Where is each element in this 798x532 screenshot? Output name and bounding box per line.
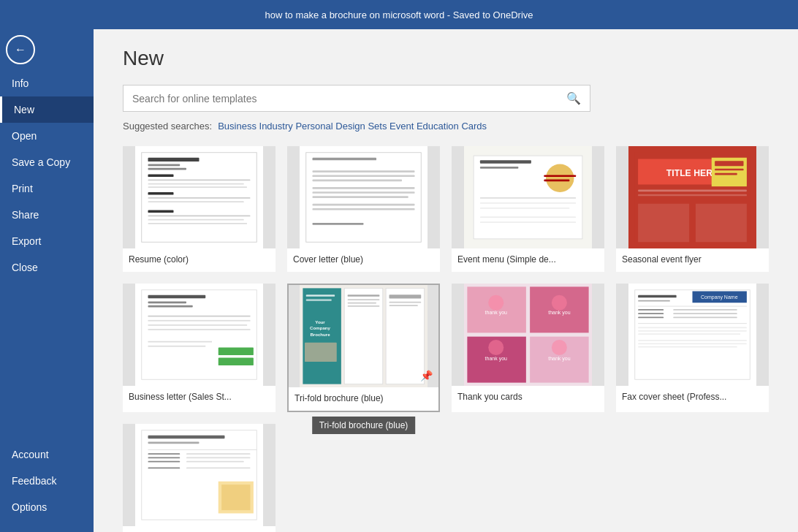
svg-rect-33 — [544, 175, 576, 177]
svg-rect-111 — [638, 333, 740, 335]
svg-text:Company Name: Company Name — [701, 294, 738, 300]
template-label-seasonal-flyer: Seasonal event flyer — [616, 248, 769, 272]
svg-rect-119 — [148, 449, 257, 450]
svg-rect-124 — [148, 461, 180, 463]
svg-text:thank you: thank you — [485, 310, 507, 316]
sidebar-item-new[interactable]: New — [0, 96, 94, 123]
svg-rect-118 — [148, 442, 200, 444]
suggested-searches: Suggested searches: Business Industry Pe… — [123, 121, 769, 132]
sidebar-item-export[interactable]: Export — [0, 228, 94, 254]
svg-text:thank you: thank you — [485, 356, 507, 362]
svg-text:Your: Your — [315, 319, 325, 324]
svg-rect-55 — [148, 302, 187, 304]
template-card-seasonal-flyer[interactable]: TITLE HERE Seasonal event flyer — [616, 146, 769, 272]
template-label-wedding-calendar: Wedding calendar... — [123, 526, 276, 532]
svg-rect-13 — [148, 216, 251, 217]
search-input[interactable] — [123, 87, 558, 110]
svg-rect-126 — [148, 468, 180, 469]
suggested-link-event[interactable]: Event — [390, 121, 414, 132]
search-bar: 🔍 — [123, 85, 590, 112]
suggested-link-cards[interactable]: Cards — [461, 121, 487, 132]
template-card-business-letter[interactable]: Business letter (Sales St... — [123, 284, 276, 412]
sidebar-bottom: AccountFeedbackOptions — [0, 441, 94, 532]
template-thumb-thank-you-cards: thank you thank you thank you thank you — [452, 284, 604, 386]
suggested-link-education[interactable]: Education — [417, 121, 459, 132]
svg-rect-54 — [148, 295, 206, 298]
pin-icon: 📌 — [420, 370, 433, 381]
svg-rect-18 — [313, 158, 377, 161]
svg-rect-25 — [313, 204, 415, 206]
sidebar-item-info[interactable]: Info — [0, 70, 94, 96]
svg-rect-8 — [148, 186, 248, 188]
svg-text:thank you: thank you — [548, 310, 570, 316]
svg-rect-48 — [638, 190, 747, 192]
svg-rect-100 — [638, 300, 670, 302]
sidebar-item-share[interactable]: Share — [0, 202, 94, 228]
svg-rect-20 — [313, 175, 415, 177]
svg-rect-3 — [148, 164, 180, 167]
svg-rect-102 — [638, 309, 664, 311]
svg-rect-76 — [348, 299, 380, 300]
svg-text:TITLE HERE: TITLE HERE — [666, 168, 718, 178]
svg-rect-46 — [715, 169, 743, 171]
search-button[interactable]: 🔍 — [558, 86, 590, 111]
svg-rect-58 — [148, 320, 251, 322]
svg-rect-63 — [148, 341, 213, 343]
svg-rect-129 — [221, 484, 250, 510]
template-thumb-trifold-brochure: Your Company Brochure 📌 — [289, 285, 438, 387]
svg-rect-4 — [148, 168, 187, 170]
svg-rect-19 — [313, 170, 415, 172]
template-card-fax-cover[interactable]: Company Name Fax cover sheet (Profess... — [616, 284, 769, 412]
sidebar-item-account[interactable]: Account — [0, 441, 94, 468]
template-card-wedding-calendar[interactable]: Wedding calendar... — [123, 424, 276, 532]
template-card-resume-color[interactable]: Resume (color) — [123, 146, 276, 272]
suggested-link-industry[interactable]: Industry — [259, 121, 293, 132]
template-thumb-seasonal-flyer: TITLE HERE — [616, 146, 769, 248]
svg-rect-15 — [148, 223, 248, 224]
svg-rect-27 — [313, 223, 364, 225]
template-label-event-menu: Event menu (Simple de... — [452, 248, 604, 272]
template-card-trifold-brochure[interactable]: Your Company Brochure 📌Tri-fold brochure… — [287, 284, 440, 412]
template-label-fax-cover: Fax cover sheet (Profess... — [616, 386, 769, 409]
suggested-link-design-sets[interactable]: Design Sets — [335, 121, 387, 132]
svg-rect-34 — [544, 180, 569, 182]
template-card-event-menu[interactable]: Event menu (Simple de... — [452, 146, 604, 272]
sidebar-item-feedback[interactable]: Feedback — [0, 468, 94, 494]
sidebar-item-print[interactable]: Print — [0, 175, 94, 202]
suggested-label: Suggested searches: — [123, 121, 212, 132]
svg-rect-113 — [638, 343, 747, 344]
sidebar-item-open[interactable]: Open — [0, 123, 94, 149]
sidebar: ← InfoNewOpenSave a CopyPrintShareExport… — [0, 29, 94, 532]
svg-rect-117 — [148, 436, 225, 438]
svg-rect-103 — [673, 309, 737, 311]
template-label-thank-you-cards: Thank you cards — [452, 386, 604, 409]
sidebar-item-close[interactable]: Close — [0, 254, 94, 281]
template-label-cover-letter-blue: Cover letter (blue) — [287, 248, 440, 272]
svg-rect-70 — [306, 299, 332, 301]
svg-rect-49 — [638, 194, 747, 197]
suggested-link-business[interactable]: Business — [218, 121, 256, 132]
svg-rect-109 — [638, 327, 747, 329]
svg-rect-24 — [313, 196, 408, 198]
svg-rect-106 — [638, 317, 664, 319]
svg-rect-61 — [218, 348, 254, 356]
suggested-links-container: Business Industry Personal Design Sets E… — [218, 121, 487, 132]
svg-rect-104 — [638, 313, 664, 314]
svg-rect-30 — [480, 160, 531, 163]
title-bar: how to make a brochure on microsoft word… — [0, 0, 798, 29]
template-thumb-business-letter — [123, 284, 276, 386]
svg-rect-127 — [186, 468, 251, 469]
svg-rect-23 — [313, 191, 415, 194]
svg-point-91 — [488, 295, 503, 311]
sidebar-item-options[interactable]: Options — [0, 494, 94, 520]
back-button[interactable]: ← — [6, 35, 35, 64]
svg-rect-64 — [148, 346, 206, 347]
suggested-link-personal[interactable]: Personal — [295, 121, 332, 132]
template-card-cover-letter-blue[interactable]: Cover letter (blue) — [287, 146, 440, 272]
svg-point-32 — [546, 164, 574, 193]
template-thumb-fax-cover: Company Name — [616, 284, 769, 386]
svg-rect-21 — [313, 180, 403, 182]
template-card-thank-you-cards[interactable]: thank you thank you thank you thank you … — [452, 284, 604, 412]
title-text: how to make a brochure on microsoft word… — [265, 10, 533, 20]
sidebar-item-save-copy[interactable]: Save a Copy — [0, 149, 94, 175]
